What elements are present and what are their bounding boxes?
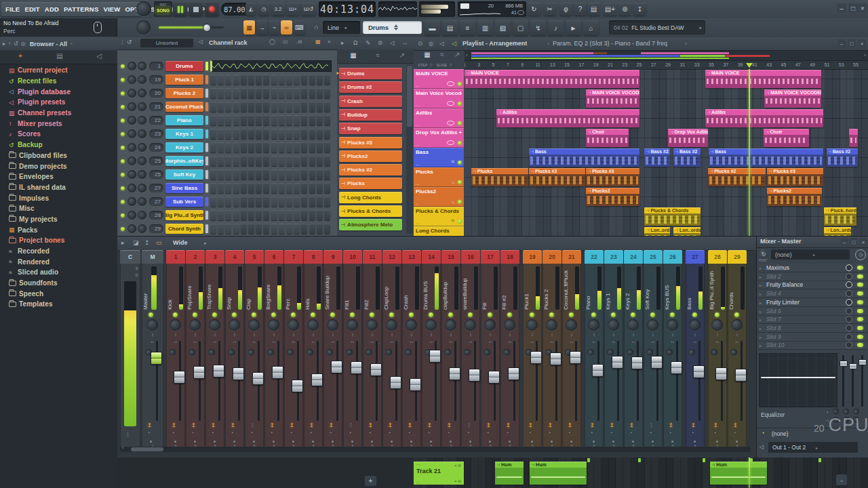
step-cell[interactable] <box>286 169 292 180</box>
touch-icon[interactable]: ► <box>566 20 581 35</box>
mixer-strip-22-piano[interactable]: 22Piano↕↔↥◔∧ <box>585 250 604 450</box>
step-cell[interactable] <box>324 169 330 180</box>
pattern-drums-2[interactable]: ⊣Drums #2 <box>339 81 402 93</box>
latency-clock-icon[interactable]: ◷ <box>855 249 866 260</box>
step-cell[interactable] <box>317 156 323 166</box>
step-cell[interactable] <box>218 169 224 180</box>
mixer-strip-11-fill2[interactable]: 11Fill2↕↔↥◔∧ <box>363 250 382 450</box>
mixer-strip-9-snare-buildup[interactable]: 9Snare Buildup↕↔↥◔∧ <box>323 250 342 450</box>
channel-pan-knob[interactable] <box>127 184 136 192</box>
channel-volume-knob[interactable] <box>138 89 146 98</box>
step-cell[interactable] <box>218 156 224 166</box>
strip-pan-knob[interactable] <box>209 319 220 331</box>
step-cell[interactable] <box>210 183 216 193</box>
browser-item-envelopes[interactable]: Envelopes <box>0 171 117 182</box>
pat-song-toggle[interactable]: PAT SONG <box>154 1 172 17</box>
track-mute-led[interactable] <box>458 180 462 184</box>
eq-mid-slider[interactable] <box>849 355 856 407</box>
strip-pan-knob[interactable] <box>406 319 417 331</box>
step-cell[interactable] <box>210 156 216 166</box>
channel-volume-knob[interactable] <box>138 170 146 179</box>
effect-slot-3-fruity-balance[interactable]: ▸Fruity Balance <box>758 281 867 289</box>
step-cell[interactable] <box>286 197 292 207</box>
strip-lamp[interactable]: ↥ <box>427 422 432 428</box>
step-cell[interactable] <box>301 156 307 166</box>
step-cell[interactable] <box>286 224 292 234</box>
strip-clock-icon[interactable]: ◔ <box>713 430 716 435</box>
step-edit-icon[interactable]: → <box>256 20 268 35</box>
strip-stereo-knob[interactable] <box>607 349 614 356</box>
step-cell[interactable] <box>218 142 224 152</box>
timeline-bar-label[interactable]: 27 <box>651 62 656 67</box>
eq-band-knob[interactable] <box>843 417 849 423</box>
strip-led[interactable] <box>670 312 675 317</box>
timeline-bar-label[interactable]: 47 <box>795 62 801 67</box>
search-icon[interactable]: ◎ <box>21 41 26 47</box>
step-cell[interactable] <box>263 142 269 152</box>
channel-enable-led[interactable] <box>121 105 125 109</box>
post-gain-icon[interactable]: ↻ <box>759 249 768 259</box>
strip-led[interactable] <box>591 312 596 317</box>
strip-clock-icon[interactable]: ◔ <box>231 430 233 435</box>
browser-item-current-project[interactable]: ▤Current project <box>0 65 117 76</box>
step-cell[interactable] <box>263 183 269 193</box>
browser-item-templates[interactable]: Templates <box>0 299 117 310</box>
track-mute-led[interactable] <box>458 82 462 86</box>
step-cell[interactable] <box>271 115 277 125</box>
strip-led[interactable] <box>530 312 534 317</box>
channel-enable-led[interactable] <box>121 78 125 82</box>
step-cell[interactable] <box>324 156 330 166</box>
step-cell[interactable] <box>294 75 300 85</box>
save-icon[interactable]: ▤ <box>587 3 600 16</box>
mixer-strip-18-fill-2[interactable]: 18Fill #2↕↔↥◔∧ <box>500 250 519 450</box>
wait-for-input-icon[interactable]: ◷ <box>258 3 269 16</box>
playlist-clip-hum[interactable]: ⊣Hum <box>710 462 767 485</box>
step-cell[interactable] <box>225 183 231 193</box>
draw-tool-icon[interactable]: ✎ <box>366 39 370 46</box>
strip-stereo-knob[interactable] <box>646 349 653 356</box>
strip-lamp[interactable]: ↥ <box>447 422 452 428</box>
playlist-clip-main-voice[interactable]: ⊣MAIN VOICE <box>465 70 639 88</box>
mixer-strip-6-boigsnare[interactable]: 6BoigSnare↕↔↥◔∧ <box>264 250 283 450</box>
pattern-plucks2[interactable]: ⊣Plucks2 <box>339 150 402 162</box>
channel-enable-led[interactable] <box>121 159 125 163</box>
strip-pan-knob[interactable] <box>504 319 515 331</box>
step-cell[interactable] <box>248 129 254 139</box>
strip-pan-knob[interactable] <box>667 319 678 331</box>
step-cell[interactable] <box>317 88 323 98</box>
strip-fader[interactable] <box>252 372 264 385</box>
strip-stereo-knob[interactable] <box>189 349 195 356</box>
strip-led[interactable] <box>507 312 512 317</box>
strip-pan-knob[interactable] <box>484 319 496 331</box>
playlist-track-header-plucks-chords[interactable]: Plucks & Chords...≈ <box>414 207 464 226</box>
strip-pan-knob[interactable] <box>288 319 299 331</box>
playlist-clip-bass[interactable]: ⊣Bass <box>709 148 823 167</box>
step-cell[interactable] <box>294 210 300 220</box>
playlist-track-header-main-voice-vocoder[interactable]: Main Voice Vocoder... <box>414 89 464 108</box>
step-cell[interactable] <box>233 88 239 98</box>
mixer-strip-3-trapsnare[interactable]: 3TrapSnare↕↔↥◔∧ <box>205 250 224 450</box>
step-cell[interactable] <box>324 142 330 152</box>
timeline-bar-label[interactable]: 17 <box>578 62 584 67</box>
mixer-strip-12-claploop[interactable]: 12ClapLoop↕↔↥◔∧ <box>382 250 401 450</box>
step-cell[interactable] <box>233 129 239 139</box>
audio-tab-icon[interactable]: ≈ <box>370 52 386 59</box>
mixer-strip-21-coconut-ftpluck[interactable]: 21Coconut..ftPluck↕↔↥◔∧ <box>562 250 581 450</box>
pattern-plucks-2[interactable]: ⊣Plucks #2 <box>339 164 402 176</box>
step-cell[interactable] <box>317 210 323 220</box>
channel-button-big-plu-d-synth[interactable]: Big Plu..d Synth <box>165 210 203 220</box>
minimize-button[interactable]: – <box>840 238 848 246</box>
strip-fader[interactable] <box>592 364 604 377</box>
browser-item-sliced-audio[interactable]: ≈Sliced audio <box>0 267 117 278</box>
channel-enable-led[interactable] <box>121 64 125 68</box>
loop-record-icon[interactable]: Ш↺ <box>301 3 316 16</box>
step-cell[interactable] <box>271 224 277 234</box>
strip-pan-knob[interactable] <box>327 319 338 331</box>
slot-enable-led[interactable] <box>857 266 863 270</box>
scroll-corner-button[interactable]: ⌄ <box>836 474 847 485</box>
insert-none-row[interactable]: ◔ (none) <box>757 428 868 439</box>
cut-icon[interactable]: ✂ <box>543 3 556 16</box>
maximize-button[interactable]: □ <box>850 238 858 246</box>
step-cell[interactable] <box>301 102 307 112</box>
step-cell[interactable] <box>279 88 285 98</box>
